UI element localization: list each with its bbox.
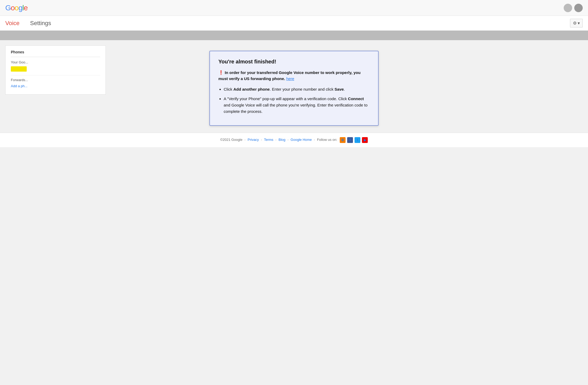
footer-blog-link[interactable]: Blog <box>278 138 285 142</box>
step1-prefix: Click <box>224 87 233 91</box>
main-content: Phones Your Goo... Forwards... Add a ph.… <box>0 40 588 133</box>
blogger-icon[interactable]: B <box>340 137 346 143</box>
footer-sep4: - <box>287 138 288 142</box>
logo-end: e <box>24 4 28 12</box>
modal-warning-paragraph: ❗In order for your transferred Google Vo… <box>218 69 370 82</box>
settings-gear-area: ⚙ ▾ <box>570 19 583 27</box>
logo-g: G <box>5 4 11 12</box>
footer-copyright: ©2021 Google <box>220 138 242 142</box>
logo-o2: o <box>15 4 19 12</box>
warning-icon: ❗ <box>218 70 224 75</box>
modal-overlay: You're almost finished! ❗In order for yo… <box>0 40 588 133</box>
modal-step-2: A "Verify your Phone" pop-up will appear… <box>224 96 370 115</box>
gear-button[interactable]: ⚙ ▾ <box>570 19 583 27</box>
footer-terms-link[interactable]: Terms <box>264 138 273 142</box>
step2-bold: Connect <box>348 96 364 101</box>
youtube-icon[interactable]: ▶ <box>362 137 368 143</box>
footer-sep5: - <box>314 138 315 142</box>
modal-title: You're almost finished! <box>218 59 370 65</box>
twitter-icon[interactable]: t <box>355 137 360 143</box>
footer-google-home-link[interactable]: Google Home <box>291 138 312 142</box>
modal-step-1: Click Add another phone. Enter your phon… <box>224 86 370 92</box>
footer-sep2: - <box>261 138 262 142</box>
logo-o1: o <box>11 4 15 12</box>
step1-end: . <box>344 87 345 91</box>
here-link[interactable]: here <box>286 76 294 81</box>
step1-bold: Add another phone <box>233 87 270 91</box>
modal-box: You're almost finished! ❗In order for yo… <box>209 51 379 126</box>
footer-sep3: - <box>275 138 277 142</box>
header: Google <box>0 0 588 16</box>
avatar-circle-2[interactable] <box>574 4 583 12</box>
footer-sep1: - <box>245 138 246 142</box>
logo-gl: g <box>19 4 22 12</box>
footer: ©2021 Google - Privacy - Terms - Blog - … <box>0 133 588 147</box>
google-logo: Google <box>5 4 27 12</box>
gear-icon: ⚙ <box>573 21 577 26</box>
header-avatar <box>564 4 583 12</box>
facebook-icon[interactable]: f <box>347 137 353 143</box>
step1-save: Save <box>334 87 344 91</box>
step1-suffix: . Enter your phone number and click <box>270 87 334 91</box>
footer-privacy-link[interactable]: Privacy <box>248 138 259 142</box>
page-title: Settings <box>30 20 51 27</box>
avatar-circle-1[interactable] <box>564 4 572 12</box>
social-icons: B f t ▶ <box>340 137 368 143</box>
sub-header: Voice Settings ⚙ ▾ <box>0 16 588 31</box>
step2-suffix: and Google Voice will call the phone you… <box>224 103 368 114</box>
dropdown-arrow-icon: ▾ <box>578 21 580 26</box>
step2-prefix: A "Verify your Phone" pop-up will appear… <box>224 96 348 101</box>
modal-steps-list: Click Add another phone. Enter your phon… <box>224 86 370 115</box>
footer-follow-us: Follow us on: <box>317 138 337 142</box>
voice-link[interactable]: Voice <box>5 20 20 27</box>
gray-bar <box>0 31 588 40</box>
